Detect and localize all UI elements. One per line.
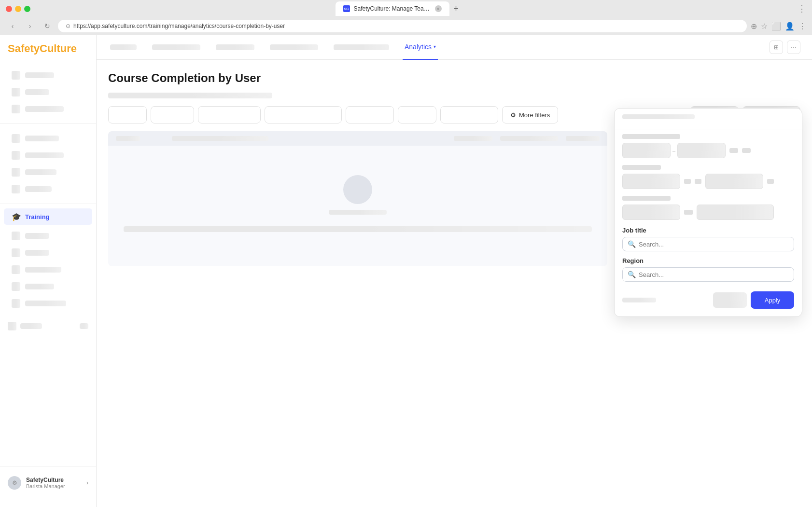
sidebar-item-5[interactable]	[4, 147, 92, 164]
filter-group-input-2[interactable]	[705, 174, 763, 189]
nav-item-analytics[interactable]: Analytics ▾	[403, 35, 438, 60]
table-col-2	[172, 136, 268, 141]
sidebar-item-6[interactable]	[4, 164, 92, 180]
zoom-icon[interactable]: ⊕	[751, 22, 757, 31]
sidebar-icon-8	[12, 232, 20, 240]
filter-button-4[interactable]	[265, 106, 342, 123]
main-content: Analytics ▾ ⊞ ⋯ Course Completion by Use…	[97, 35, 812, 507]
close-dot[interactable]	[6, 6, 12, 12]
nav-corner: ⊞ ⋯	[770, 41, 800, 54]
sidebar-icon-5	[12, 151, 20, 160]
nav-corner-btn-2[interactable]: ⋯	[787, 41, 800, 54]
sidebar-item-4[interactable]	[4, 130, 92, 147]
url-text: https://app.safetyculture.com/training/m…	[73, 23, 285, 29]
filter-status-label	[622, 196, 671, 201]
user-info: SafetyCulture Barista Manager	[26, 477, 82, 489]
filter-button-6[interactable]	[398, 106, 436, 123]
job-title-search-container[interactable]: 🔍	[622, 237, 794, 251]
filter-button-1[interactable]	[108, 106, 147, 123]
address-bar[interactable]: ⊙ https://app.safetyculture.com/training…	[58, 20, 747, 32]
filter-button-3[interactable]	[198, 106, 261, 123]
bookmark-icon[interactable]: ☆	[761, 22, 768, 31]
sidebar-label-training: Training	[25, 213, 50, 220]
filter-date-icon-2	[742, 148, 751, 153]
forward-button[interactable]: ›	[23, 19, 37, 33]
sidebar: SafetyCulture	[0, 35, 97, 507]
footer-clear-skeleton[interactable]	[622, 298, 656, 302]
sidebar-item-2[interactable]	[4, 84, 92, 100]
filter-button-2[interactable]	[151, 106, 194, 123]
region-search-input[interactable]	[639, 271, 789, 278]
app: SafetyCulture	[0, 35, 812, 507]
filter-panel-footer: Apply	[615, 286, 802, 309]
more-filters-button[interactable]: ⚙ More filters	[502, 106, 558, 123]
extension-icon[interactable]: ⬜	[771, 22, 781, 31]
filter-button-7[interactable]	[440, 106, 498, 123]
browser-chrome: SC SafetyCulture: Manage Teams and... × …	[0, 0, 812, 35]
nav-item-5[interactable]	[332, 35, 391, 60]
region-search-container[interactable]: 🔍	[622, 267, 794, 282]
sidebar-icon-3	[12, 105, 20, 113]
sidebar-label-3	[25, 106, 64, 112]
analytics-dropdown[interactable]: Analytics ▾	[405, 43, 436, 51]
sidebar-item-7[interactable]	[4, 181, 92, 197]
filter-status-input-2[interactable]	[697, 205, 774, 220]
nav-corner-btn-1[interactable]: ⊞	[770, 41, 783, 54]
nav-skeleton-2	[152, 44, 200, 50]
analytics-dropdown-arrow: ▾	[434, 44, 436, 49]
sidebar-icon-11	[12, 282, 20, 291]
filter-section-job-title: Job title 🔍	[615, 225, 802, 255]
sidebar-item-training[interactable]: 🎓 Training	[4, 208, 92, 225]
sidebar-item-10[interactable]	[4, 261, 92, 278]
profile-icon[interactable]: 👤	[785, 22, 795, 31]
filter-group-input[interactable]	[622, 174, 680, 189]
region-search-icon: 🔍	[628, 271, 636, 278]
sidebar-item-12[interactable]	[4, 295, 92, 312]
nav-item-1[interactable]	[108, 35, 139, 60]
sidebar-label-9	[25, 250, 49, 256]
sidebar-item-1[interactable]	[4, 67, 92, 83]
filter-button-5[interactable]	[346, 106, 394, 123]
nav-item-2[interactable]	[150, 35, 202, 60]
tab-close-button[interactable]: ×	[435, 5, 442, 12]
empty-state-text	[329, 210, 387, 215]
footer-cancel-skeleton[interactable]	[713, 292, 747, 308]
reload-button[interactable]: ↻	[41, 19, 54, 33]
sidebar-icon-10	[12, 265, 20, 274]
sidebar-bottom-icon	[8, 322, 16, 330]
sidebar-label-8	[25, 233, 49, 239]
sidebar-icon-9	[12, 248, 20, 257]
sidebar-item-3[interactable]	[4, 101, 92, 117]
sidebar-icon-2	[12, 88, 20, 96]
maximize-dot[interactable]	[24, 6, 30, 12]
filter-status-input[interactable]	[622, 205, 680, 220]
minimize-dot[interactable]	[15, 6, 21, 12]
sidebar-item-8[interactable]	[4, 228, 92, 244]
job-title-search-input[interactable]	[639, 241, 789, 248]
filter-date-to[interactable]	[677, 143, 726, 158]
active-tab[interactable]: SC SafetyCulture: Manage Teams and... ×	[336, 1, 449, 16]
more-icon[interactable]: ⋮	[798, 22, 806, 31]
analytics-label: Analytics	[405, 43, 432, 51]
region-label: Region	[622, 257, 794, 264]
sidebar-divider-1	[0, 123, 96, 124]
filter-date-icon-1	[729, 148, 738, 153]
filter-group-icon-1	[684, 179, 691, 184]
sidebar-item-9[interactable]	[4, 245, 92, 261]
new-tab-button[interactable]: +	[449, 2, 463, 15]
nav-item-4[interactable]	[268, 35, 320, 60]
back-button[interactable]: ‹	[6, 19, 19, 33]
sidebar-user[interactable]: ⚙ SafetyCulture Barista Manager ›	[4, 472, 92, 493]
nav-item-3[interactable]	[214, 35, 256, 60]
logo-text: SafetyCulture	[8, 42, 77, 55]
browser-menu-button[interactable]: ⋮	[798, 3, 806, 14]
page-title: Course Completion by User	[108, 71, 800, 85]
nav-skeleton-5	[334, 44, 389, 50]
page-content: Course Completion by User ⚙ More filters	[97, 60, 812, 507]
sidebar-label-7	[25, 186, 52, 192]
job-title-label: Job title	[622, 227, 794, 234]
filter-apply-button[interactable]: Apply	[751, 291, 794, 309]
user-chevron-icon: ›	[86, 480, 88, 486]
sidebar-item-11[interactable]	[4, 278, 92, 295]
filter-date-from[interactable]	[622, 143, 671, 158]
